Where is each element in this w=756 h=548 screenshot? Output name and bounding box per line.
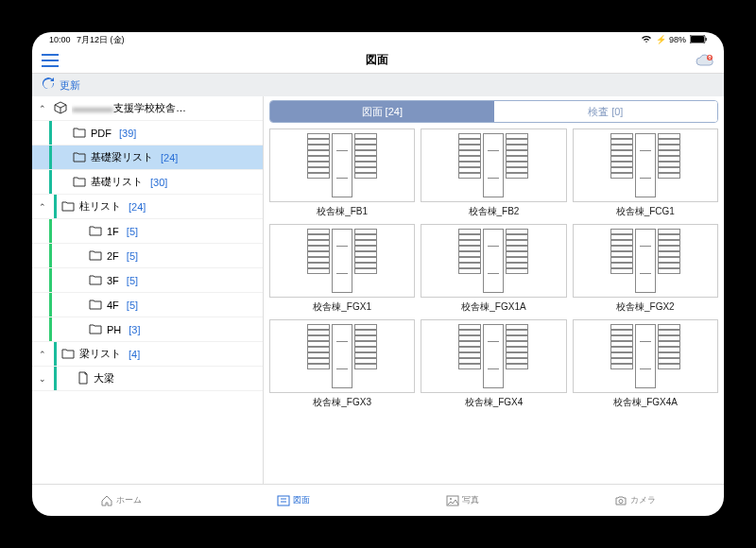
thumbnail[interactable]: 校舎棟_FGX3	[269, 319, 415, 409]
tree-item-label: 大梁	[94, 371, 114, 385]
tree-color-bar	[49, 293, 52, 317]
nav-photo[interactable]: 写真	[446, 494, 479, 507]
header: 図面	[32, 47, 724, 74]
tree-color-bar	[49, 244, 52, 267]
main: ⌃ ▬▬▬▬支援学校校舎… PDF[39]基礎梁リスト[24]基礎リスト[30]…	[32, 96, 724, 484]
tree-item-label: 基礎リスト	[91, 175, 143, 189]
thumbnail-label: 校舎棟_FGX2	[616, 300, 675, 314]
thumbnail[interactable]: 校舎棟_FGX4A	[573, 319, 718, 409]
tree-color-bar	[49, 268, 52, 292]
status-right: ⚡ 98%	[641, 35, 707, 45]
tree-item[interactable]: ⌄大梁	[32, 367, 263, 391]
thumbnail[interactable]: 校舎棟_FCG1	[573, 128, 718, 218]
tree-color-bar	[49, 170, 52, 194]
thumbnail-image	[421, 224, 566, 298]
folder-icon	[89, 323, 102, 336]
thumbnail-label: 校舎棟_FGX1A	[461, 300, 525, 314]
tree-item-label: 1F	[107, 226, 119, 237]
page-title: 図面	[366, 52, 388, 68]
tree-item-count: [30]	[150, 177, 167, 188]
tree-item-label: PDF	[91, 128, 112, 139]
box-icon	[54, 101, 67, 116]
thumbnail[interactable]: 校舎棟_FGX2	[573, 224, 718, 314]
chevron-down-icon[interactable]: ⌃	[36, 104, 49, 113]
wifi-icon	[641, 35, 652, 45]
thumbnail-image	[269, 319, 415, 393]
tree-item[interactable]: ⌃梁リスト[4]	[32, 342, 263, 367]
tree-color-bar	[54, 367, 57, 390]
tree-item[interactable]: 基礎梁リスト[24]	[32, 146, 263, 170]
svg-point-7	[619, 499, 623, 503]
tree-item-count: [3]	[129, 324, 140, 335]
tree-item[interactable]: 2F[5]	[32, 244, 263, 268]
thumbnail-label: 校舎棟_FGX1	[313, 300, 371, 314]
thumbnail-image	[269, 128, 415, 202]
folder-icon	[73, 127, 86, 140]
thumbnail[interactable]: 校舎棟_FB2	[421, 128, 566, 218]
nav-camera[interactable]: カメラ	[614, 494, 656, 507]
thumbnail-label: 校舎棟_FGX3	[313, 396, 371, 409]
tree-item-count: [24]	[161, 152, 178, 163]
tree-item[interactable]: ⌃柱リスト[24]	[32, 195, 263, 219]
tree-item-label: 柱リスト	[79, 199, 121, 214]
chevron-icon[interactable]: ⌃	[36, 202, 49, 212]
refresh-icon	[42, 77, 55, 93]
nav-home[interactable]: ホーム	[100, 494, 142, 507]
status-left: 10:00 7月12日 (金)	[49, 34, 125, 46]
folder-icon	[73, 151, 86, 164]
folder-icon	[61, 348, 75, 361]
tab-inspection[interactable]: 検査 [0]	[494, 101, 718, 122]
chevron-icon[interactable]: ⌃	[36, 350, 49, 359]
tree-item-label: 2F	[107, 250, 119, 262]
battery-icon	[690, 35, 707, 45]
content-tabs: 図面 [24] 検査 [0]	[269, 100, 718, 123]
svg-rect-2	[706, 38, 707, 41]
tree-item-count: [5]	[127, 250, 138, 262]
thumbnail[interactable]: 校舎棟_FB1	[269, 128, 415, 218]
svg-rect-4	[278, 496, 289, 505]
tree-color-bar	[49, 219, 52, 243]
nav-drawing[interactable]: 図面	[277, 494, 310, 507]
tree-item-label: 梁リスト	[79, 347, 121, 361]
folder-icon	[89, 299, 102, 312]
cloud-sync-button[interactable]	[696, 54, 714, 67]
thumbnail-image	[573, 128, 718, 202]
thumbnail[interactable]: 校舎棟_FGX4	[421, 319, 566, 409]
tab-drawings[interactable]: 図面 [24]	[270, 101, 494, 122]
tree-item[interactable]: PDF[39]	[32, 121, 263, 146]
tree-item-label: PH	[107, 324, 121, 335]
thumbnail-label: 校舎棟_FGX4A	[613, 396, 678, 409]
thumbnail-label: 校舎棟_FB1	[317, 205, 368, 218]
folder-icon	[73, 176, 86, 189]
tree-color-bar	[49, 317, 52, 341]
thumbnail-image	[269, 224, 415, 298]
thumbnail[interactable]: 校舎棟_FGX1A	[421, 224, 566, 314]
thumbnail-image	[573, 224, 718, 298]
tree-color-bar	[49, 146, 52, 169]
chevron-icon[interactable]: ⌄	[36, 374, 49, 384]
thumbnail-grid[interactable]: 校舎棟_FB1校舎棟_FB2校舎棟_FCG1校舎棟_FGX1校舎棟_FGX1A校…	[264, 123, 724, 484]
tree-item-count: [39]	[119, 128, 136, 139]
bottom-nav: ホーム 図面 写真 カメラ	[32, 484, 724, 516]
tree-item[interactable]: PH[3]	[32, 317, 263, 342]
tree-item-label: 4F	[107, 300, 119, 311]
menu-button[interactable]	[42, 54, 59, 67]
tree-item-count: [4]	[129, 349, 140, 360]
thumbnail[interactable]: 校舎棟_FGX1	[269, 224, 415, 314]
tree-item[interactable]: 4F[5]	[32, 293, 263, 317]
refresh-label: 更新	[60, 78, 80, 93]
tree-item[interactable]: 3F[5]	[32, 268, 263, 293]
status-bar: 10:00 7月12日 (金) ⚡ 98%	[32, 32, 724, 47]
sidebar-tree[interactable]: ⌃ ▬▬▬▬支援学校校舎… PDF[39]基礎梁リスト[24]基礎リスト[30]…	[32, 96, 264, 484]
tree-item[interactable]: 1F[5]	[32, 219, 263, 244]
tree-item-label: 3F	[107, 275, 119, 286]
refresh-bar[interactable]: 更新	[32, 74, 724, 96]
thumbnail-label: 校舎棟_FGX4	[465, 396, 524, 409]
thumbnail-image	[573, 319, 718, 393]
folder-icon	[89, 274, 102, 287]
tree-color-bar	[54, 195, 57, 218]
tree-color-bar	[54, 342, 57, 366]
tree-item-count: [24]	[129, 201, 146, 213]
tree-root[interactable]: ⌃ ▬▬▬▬支援学校校舎…	[32, 96, 263, 121]
tree-item[interactable]: 基礎リスト[30]	[32, 170, 263, 195]
